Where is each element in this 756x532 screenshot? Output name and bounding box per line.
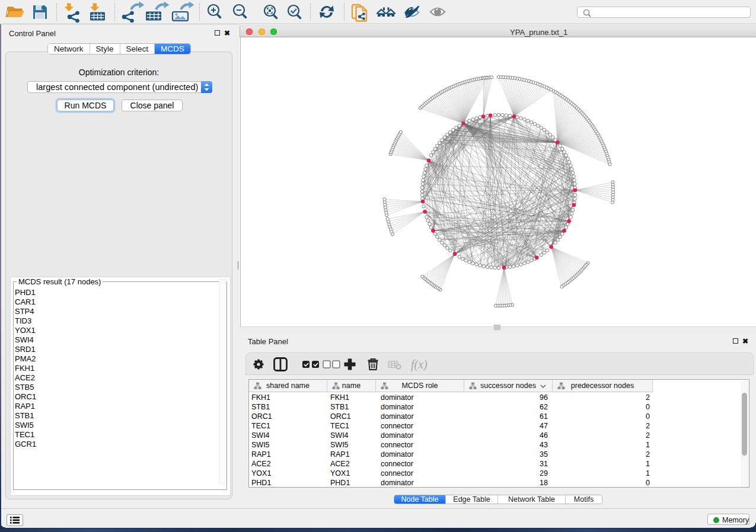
svg-text:f(x): f(x) [411,358,428,371]
